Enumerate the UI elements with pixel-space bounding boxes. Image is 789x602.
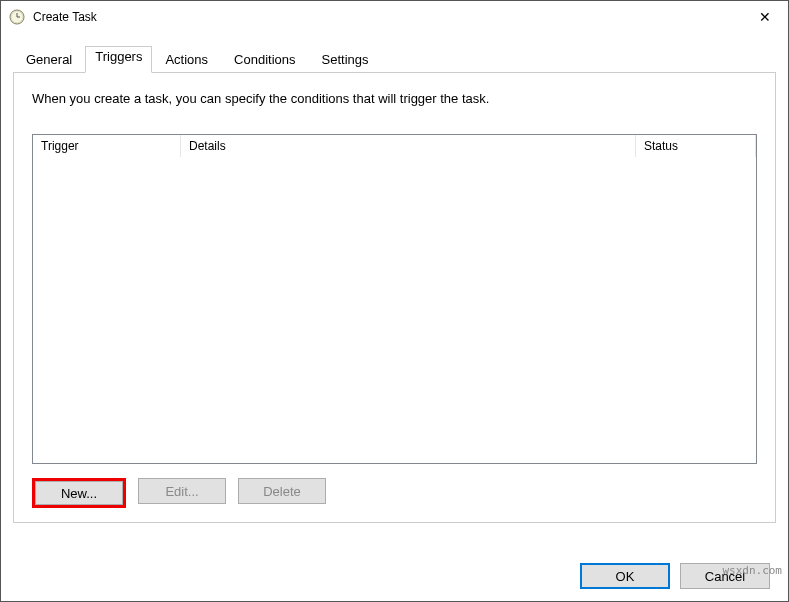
tab-triggers[interactable]: Triggers: [85, 46, 152, 73]
close-icon: ✕: [759, 9, 771, 25]
ok-button[interactable]: OK: [580, 563, 670, 589]
tabs-bar: General Triggers Actions Conditions Sett…: [13, 45, 776, 73]
column-trigger[interactable]: Trigger: [33, 135, 181, 157]
new-button-highlight: New...: [32, 478, 126, 508]
tab-actions[interactable]: Actions: [152, 46, 221, 73]
tab-conditions[interactable]: Conditions: [221, 46, 308, 73]
triggers-panel: When you create a task, you can specify …: [13, 72, 776, 523]
triggers-table[interactable]: Trigger Details Status: [32, 134, 757, 464]
content-area: General Triggers Actions Conditions Sett…: [1, 33, 788, 523]
close-button[interactable]: ✕: [742, 1, 788, 33]
titlebar-left: Create Task: [9, 9, 97, 25]
tab-settings[interactable]: Settings: [309, 46, 382, 73]
delete-button: Delete: [238, 478, 326, 504]
watermark-text: wsxdn.com: [722, 564, 782, 577]
create-task-window: Create Task ✕ General Triggers Actions C…: [0, 0, 789, 602]
column-details[interactable]: Details: [181, 135, 636, 157]
window-title: Create Task: [33, 10, 97, 24]
edit-button: Edit...: [138, 478, 226, 504]
new-button[interactable]: New...: [35, 481, 123, 505]
titlebar: Create Task ✕: [1, 1, 788, 33]
task-scheduler-icon: [9, 9, 25, 25]
table-header: Trigger Details Status: [33, 135, 756, 158]
button-row: New... Edit... Delete: [32, 478, 757, 508]
instruction-text: When you create a task, you can specify …: [32, 91, 757, 106]
column-status[interactable]: Status: [636, 135, 756, 157]
tab-general[interactable]: General: [13, 46, 85, 73]
